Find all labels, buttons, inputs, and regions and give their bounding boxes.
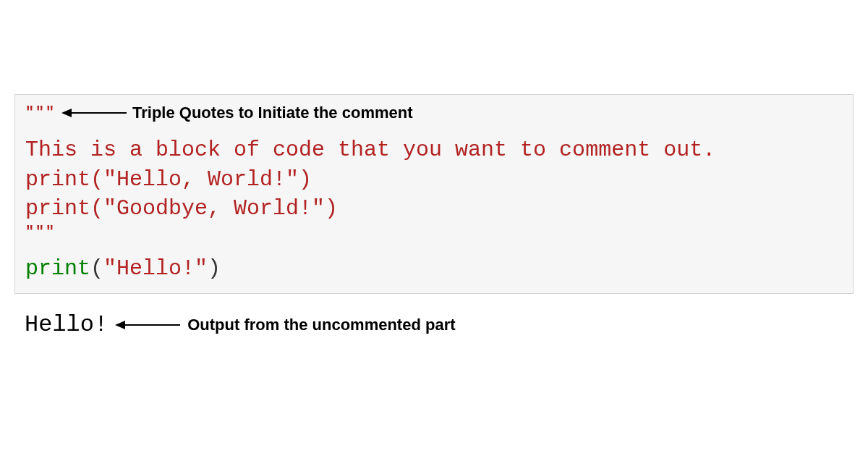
output-section: Hello! Output from the uncommented part bbox=[14, 311, 854, 338]
function-name: print bbox=[25, 256, 90, 281]
paren-close: ) bbox=[208, 256, 221, 281]
comment-line-1: This is a block of code that you want to… bbox=[25, 135, 843, 165]
comment-line-2: print("Hello, World!") bbox=[25, 165, 843, 195]
executable-line: print("Hello!") bbox=[25, 254, 843, 284]
paren-open: ( bbox=[90, 256, 103, 281]
triple-quote-close: """ bbox=[25, 224, 843, 241]
triple-quote-open-row: """ Triple Quotes to Initiate the commen… bbox=[25, 104, 843, 122]
string-literal: "Hello!" bbox=[103, 256, 208, 281]
svg-marker-1 bbox=[61, 109, 72, 117]
triple-quote-annotation: Triple Quotes to Initiate the comment bbox=[132, 104, 413, 122]
arrow-left-icon bbox=[61, 108, 127, 118]
output-annotation: Output from the uncommented part bbox=[187, 316, 455, 334]
svg-marker-3 bbox=[115, 321, 125, 329]
triple-quote-open: """ bbox=[25, 104, 56, 122]
output-text: Hello! bbox=[25, 311, 108, 338]
code-block: """ Triple Quotes to Initiate the commen… bbox=[14, 94, 854, 294]
comment-line-3: print("Goodbye, World!") bbox=[25, 194, 843, 224]
arrow-left-icon bbox=[115, 320, 180, 330]
